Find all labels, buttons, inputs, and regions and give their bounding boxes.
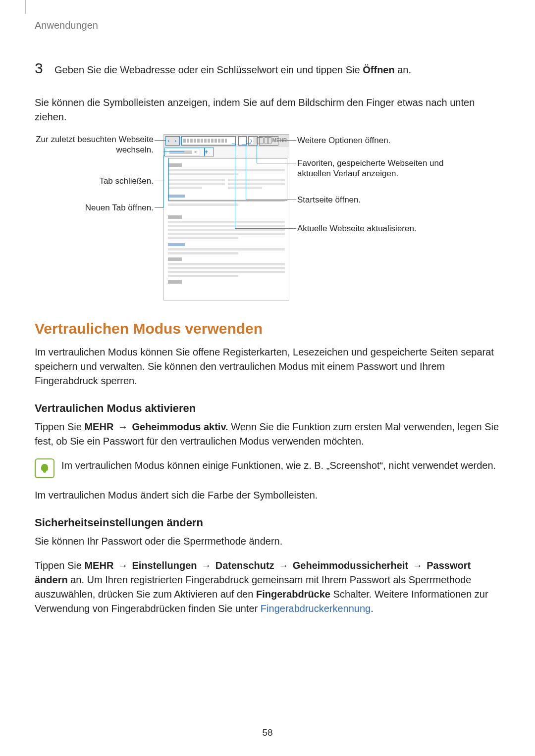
sec-pre: Tippen Sie	[35, 560, 84, 571]
label-new-tab: Neuen Tab öffnen.	[35, 202, 154, 213]
forward-icon: ›	[173, 137, 178, 145]
activate-b1: MEHR	[84, 421, 113, 432]
label-refresh: Aktuelle Webseite aktualisieren.	[297, 223, 456, 234]
tab-bar: × +	[164, 147, 289, 157]
sec-end: .	[371, 603, 374, 614]
label-home: Startseite öffnen.	[297, 195, 446, 205]
page-number: 58	[0, 727, 535, 738]
line-home-tip	[242, 145, 246, 145]
para-sec-steps: Tippen Sie MEHR → Einstellungen → Datens…	[35, 558, 500, 616]
address-blur	[183, 139, 227, 143]
line-refresh-h	[235, 228, 296, 229]
para-sec-intro: Sie können Ihr Passwort oder die Sperrme…	[35, 534, 500, 549]
line-refresh-v	[235, 144, 235, 228]
activate-arrow: →	[115, 421, 130, 432]
sec-b6: Fingerabdrücke	[256, 589, 330, 600]
sec-a3: →	[276, 560, 291, 571]
label-close-tab: Tab schließen.	[35, 176, 154, 186]
line-ct2	[155, 181, 163, 181]
browser-diagram: ‹ › MEHR × +	[35, 134, 500, 302]
para-private: Im vertraulichen Modus können Sie offene…	[35, 345, 500, 388]
note-box: Im vertraulichen Modus können einige Fun…	[35, 458, 500, 478]
note-icon	[35, 458, 54, 478]
address-bar	[182, 137, 253, 144]
breadcrumb: Anwendungen	[35, 20, 500, 31]
line-more	[277, 140, 296, 141]
line-to-tab	[163, 151, 183, 152]
line-back-forward	[155, 140, 165, 141]
line-new-tab-h	[155, 207, 163, 208]
tab-title-blur	[169, 151, 192, 154]
noop2	[163, 155, 164, 156]
home-icon	[257, 137, 264, 144]
subheading-security: Sicherheitseinstellungen ändern	[35, 516, 500, 529]
step-number: 3	[35, 60, 54, 77]
activate-b2: Geheimmodus aktiv.	[132, 421, 228, 432]
sec-b3: Datenschutz	[215, 560, 274, 571]
sec-b2: Einstellungen	[132, 560, 197, 571]
step-bold: Öffnen	[363, 64, 394, 75]
line-home-v	[246, 145, 246, 200]
sec-a4: →	[410, 560, 425, 571]
activate-pre: Tippen Sie	[35, 421, 84, 432]
note-text: Im vertraulichen Modus können einige Fun…	[61, 458, 496, 472]
line-left-shared-v	[163, 155, 164, 207]
more-label: MEHR	[272, 138, 287, 144]
tab-close-icon: ×	[194, 150, 197, 154]
page-content-blur	[164, 157, 289, 289]
back-icon: ‹	[166, 137, 171, 145]
line-refresh-tip	[232, 144, 235, 144]
intro-paragraph: Sie können die Symbolleisten anzeigen, i…	[35, 96, 500, 124]
sec-a1: →	[115, 560, 130, 571]
section-heading-private: Vertraulichen Modus verwenden	[35, 320, 500, 337]
sec-b4: Geheimmodussicherheit	[293, 560, 408, 571]
subheading-activate: Vertraulichen Modus aktivieren	[35, 402, 500, 415]
step-text: Geben Sie die Webadresse oder ein Schlüs…	[54, 63, 411, 77]
new-tab-icon: +	[203, 149, 209, 155]
refresh-icon	[246, 138, 252, 144]
browser-toolbar: ‹ › MEHR	[164, 135, 289, 147]
step-prefix: Geben Sie die Webadresse oder ein Schlüs…	[54, 64, 363, 75]
bookmarks-icon	[265, 138, 271, 144]
browser-mockup: ‹ › MEHR × +	[163, 134, 289, 301]
label-back-forward: Zur zuletzt besuchten Webseite wechseln.	[35, 134, 154, 155]
page-corner-line	[25, 0, 26, 14]
label-bookmarks: Favoriten, gespeicherte Webseiten und ak…	[297, 158, 456, 179]
para-toolbar-color: Im vertraulichen Modus ändert sich die F…	[35, 488, 500, 503]
line-bookmarks-v	[257, 145, 257, 163]
sec-a2: →	[199, 560, 214, 571]
line-home-h	[246, 200, 296, 200]
sec-b1: MEHR	[84, 560, 113, 571]
para-activate: Tippen Sie MEHR → Geheimmodus aktiv. Wen…	[35, 420, 500, 449]
line-bookmarks-h	[257, 163, 296, 163]
step-3: 3 Geben Sie die Webadresse oder ein Schl…	[35, 60, 500, 77]
label-more: Weitere Optionen öffnen.	[297, 135, 446, 146]
tab: ×	[166, 149, 200, 155]
step-suffix: an.	[395, 64, 411, 75]
bell-icon	[40, 464, 49, 473]
link-fingerprint[interactable]: Fingerabdruckerkennung	[261, 603, 371, 614]
